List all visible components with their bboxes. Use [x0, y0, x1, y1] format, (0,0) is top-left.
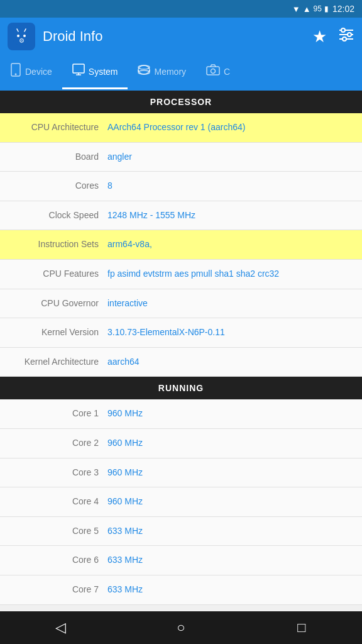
filter-icon[interactable]: [338, 28, 354, 45]
kernel-version-label: Kernel Version: [10, 326, 107, 339]
core7-label: Core 7: [10, 584, 107, 596]
instruction-sets-row: Instruction Sets arm64-v8a,: [0, 230, 362, 260]
recents-button[interactable]: □: [283, 615, 321, 640]
core1-value: 960 MHz: [107, 408, 352, 420]
processor-section-header: PROCESSOR: [0, 91, 362, 113]
tab-device-label: Device: [25, 67, 52, 77]
board-label: Board: [10, 151, 107, 164]
tab-camera-label: C: [224, 67, 230, 77]
cpu-architecture-value: AArch64 Processor rev 1 (aarch64): [107, 121, 352, 134]
kernel-arch-value: aarch64: [107, 356, 352, 369]
core6-label: Core 6: [10, 554, 107, 567]
tab-memory[interactable]: Memory: [128, 55, 196, 89]
cores-value: 8: [107, 180, 352, 192]
tab-memory-label: Memory: [154, 67, 186, 77]
core3-label: Core 3: [10, 467, 107, 479]
app-logo: ⚙: [8, 23, 35, 50]
svg-rect-14: [73, 64, 84, 73]
cpu-architecture-label: CPU Architecture: [10, 121, 107, 134]
core4-label: Core 4: [10, 496, 107, 508]
svg-point-13: [15, 74, 17, 75]
app-title: Droid Info: [43, 28, 305, 45]
status-bar: ▼ ▲ 95 ▮ 12:02: [0, 0, 362, 18]
core7-value: 633 MHz: [107, 584, 352, 596]
tab-system-label: System: [89, 67, 118, 77]
clock-speed-row: Clock Speed 1248 MHz - 1555 MHz: [0, 201, 362, 231]
svg-point-18: [138, 65, 150, 69]
cores-label: Cores: [10, 180, 107, 192]
core3-value: 960 MHz: [107, 467, 352, 479]
battery-icon: ▮: [324, 4, 329, 13]
core3-row: Core 3 960 MHz: [0, 458, 362, 488]
running-section-header: RUNNING: [0, 377, 362, 399]
kernel-arch-row: Kernel Architecture aarch64: [0, 348, 362, 377]
cpu-architecture-row: CPU Architecture AArch64 Processor rev 1…: [0, 113, 362, 143]
cpu-governor-row: CPU Governor interactive: [0, 289, 362, 319]
instruction-sets-value: arm64-v8a,: [107, 238, 352, 251]
memory-tab-icon: [138, 64, 150, 79]
wifi-icon: ▼: [292, 4, 300, 14]
core2-row: Core 2 960 MHz: [0, 429, 362, 458]
cpu-features-row: CPU Features fp asimd evtstrm aes pmull …: [0, 260, 362, 289]
cpu-governor-value: interactive: [107, 297, 352, 310]
cores-row: Cores 8: [0, 172, 362, 201]
back-button[interactable]: ◁: [41, 615, 79, 640]
tab-bar: Device System Memory: [0, 55, 362, 91]
core5-value: 633 MHz: [107, 525, 352, 538]
core1-row: Core 1 960 MHz: [0, 399, 362, 429]
svg-point-11: [343, 37, 346, 41]
status-time: 12:02: [332, 4, 354, 14]
home-button[interactable]: ○: [162, 615, 200, 640]
core5-label: Core 5: [10, 525, 107, 538]
core5-row: Core 5 633 MHz: [0, 517, 362, 547]
action-icons: ★: [312, 27, 354, 47]
svg-point-21: [138, 70, 150, 74]
core2-value: 960 MHz: [107, 437, 352, 450]
cpu-features-value: fp asimd evtstrm aes pmull sha1 sha2 crc…: [107, 268, 352, 280]
core6-value: 633 MHz: [107, 554, 352, 567]
system-tab-icon: [72, 64, 85, 79]
camera-tab-icon: [206, 64, 220, 79]
status-icons: ▼ ▲ 95 ▮: [292, 4, 329, 14]
core1-label: Core 1: [10, 408, 107, 420]
kernel-arch-label: Kernel Architecture: [10, 356, 107, 369]
cpu-governor-label: CPU Governor: [10, 297, 107, 310]
signal-icon: ▲: [303, 4, 311, 14]
core6-row: Core 6 633 MHz: [0, 546, 362, 575]
core4-row: Core 4 960 MHz: [0, 487, 362, 517]
board-value: angler: [107, 151, 352, 164]
content-area: PROCESSOR CPU Architecture AArch64 Proce…: [0, 91, 362, 638]
core2-label: Core 2: [10, 437, 107, 450]
instruction-sets-label: Instruction Sets: [10, 238, 107, 251]
favorite-icon[interactable]: ★: [312, 27, 327, 47]
svg-text:⚙: ⚙: [19, 37, 25, 44]
kernel-version-value: 3.10.73-ElementalX-N6P-0.11: [107, 326, 352, 339]
core7-row: Core 7 633 MHz: [0, 575, 362, 605]
app-logo-icon: ⚙: [11, 26, 31, 47]
battery-level: 95: [314, 4, 322, 13]
clock-speed-label: Clock Speed: [10, 209, 107, 222]
bottom-nav: ◁ ○ □: [0, 611, 362, 644]
cpu-features-label: CPU Features: [10, 268, 107, 280]
board-row: Board angler: [0, 143, 362, 172]
core4-value: 960 MHz: [107, 496, 352, 508]
svg-point-17: [138, 65, 150, 74]
tab-system[interactable]: System: [62, 55, 128, 89]
svg-point-23: [211, 69, 216, 74]
clock-speed-value: 1248 MHz - 1555 MHz: [107, 209, 352, 222]
svg-point-9: [341, 28, 345, 32]
device-tab-icon: [10, 63, 21, 80]
kernel-version-row: Kernel Version 3.10.73-ElementalX-N6P-0.…: [0, 318, 362, 348]
tab-camera[interactable]: C: [196, 55, 240, 89]
app-bar: ⚙ Droid Info ★: [0, 18, 362, 55]
tab-device[interactable]: Device: [0, 55, 62, 89]
svg-point-10: [348, 33, 351, 36]
